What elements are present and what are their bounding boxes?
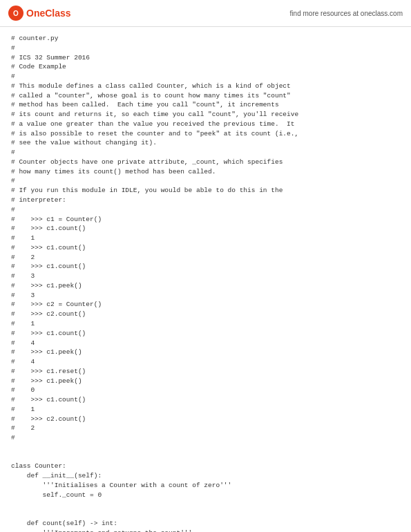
logo-icon: O	[8, 6, 23, 21]
main-content: # counter.py # # ICS 32 Summer 2016 # Co…	[0, 27, 411, 532]
logo-name: OneClass	[26, 8, 71, 19]
header-tagline: find more resources at oneclass.com	[290, 10, 403, 17]
header: O OneClass find more resources at onecla…	[0, 0, 411, 27]
header-logo: O OneClass	[8, 6, 71, 21]
code-block: # counter.py # # ICS 32 Summer 2016 # Co…	[11, 34, 400, 532]
